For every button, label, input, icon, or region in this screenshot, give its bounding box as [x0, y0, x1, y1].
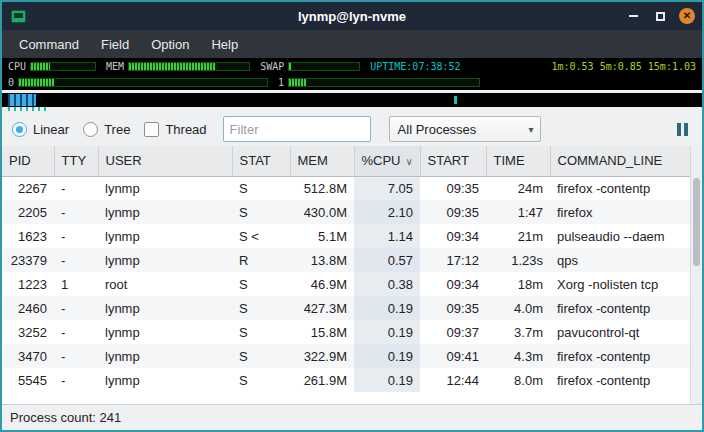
table-cell: 4.3m: [486, 344, 550, 368]
table-cell: lynmp: [98, 176, 232, 200]
linear-radio[interactable]: Linear: [12, 122, 69, 137]
titlebar[interactable]: lynmp@lyn-nvme ✕: [2, 2, 702, 30]
menubar: Command Field Option Help: [2, 30, 702, 58]
graph-selection-block: [8, 94, 36, 106]
table-cell: -: [54, 248, 98, 272]
table-cell: -: [54, 368, 98, 392]
linear-radio-label: Linear: [33, 122, 69, 137]
table-cell: -: [54, 320, 98, 344]
table-cell: S: [232, 176, 290, 200]
app-window: lynmp@lyn-nvme ✕ Command Field Option He…: [0, 0, 704, 432]
process-count-text: Process count: 241: [10, 410, 121, 425]
tree-radio-icon: [83, 122, 98, 137]
column-header-user[interactable]: USER: [98, 146, 232, 176]
menu-option[interactable]: Option: [140, 33, 200, 56]
table-row[interactable]: 3252-lynmpS15.8M0.1909:373.7mpavucontrol…: [2, 320, 690, 344]
table-cell: 09:37: [420, 320, 486, 344]
column-header-time[interactable]: TIME: [486, 146, 550, 176]
table-cell: lynmp: [98, 224, 232, 248]
core1-meter-label: 1: [278, 77, 284, 88]
mem-meter-bar: [128, 62, 250, 71]
table-cell: 1.14: [354, 224, 420, 248]
table-row[interactable]: 3470-lynmpS322.9M0.1909:414.3mfirefox -c…: [2, 344, 690, 368]
table-cell: 09:35: [420, 200, 486, 224]
table-cell: S: [232, 200, 290, 224]
table-cell: lynmp: [98, 296, 232, 320]
table-row[interactable]: 2205-lynmpS430.0M2.1009:351:47firefox: [2, 200, 690, 224]
load-average-text: 1m:0.53 5m:0.85 15m:1.03: [552, 61, 697, 72]
column-header-start[interactable]: START: [420, 146, 486, 176]
menu-field[interactable]: Field: [90, 33, 140, 56]
menu-help[interactable]: Help: [200, 33, 249, 56]
table-cell: 2.10: [354, 200, 420, 224]
load-history-graph: [2, 93, 702, 107]
table-cell: 17:12: [420, 248, 486, 272]
table-cell: lynmp: [98, 368, 232, 392]
table-cell: -: [54, 224, 98, 248]
restore-button[interactable]: [651, 7, 669, 25]
minimize-button[interactable]: [624, 7, 642, 25]
table-cell: 5545: [2, 368, 54, 392]
process-table: PID TTY USER STAT MEM %CPU∨ START TIME C…: [2, 146, 690, 404]
column-header-mem[interactable]: MEM: [290, 146, 354, 176]
table-row[interactable]: 5545-lynmpS261.9M0.1912:448.0mfirefox -c…: [2, 368, 690, 392]
window-title: lynmp@lyn-nvme: [2, 9, 702, 24]
column-header-command-line[interactable]: COMMAND_LINE: [550, 146, 690, 176]
table-cell: 23379: [2, 248, 54, 272]
table-row[interactable]: 2460-lynmpS427.3M0.1909:354.0mfirefox -c…: [2, 296, 690, 320]
table-cell: 322.9M: [290, 344, 354, 368]
table-row[interactable]: 23379-lynmpR13.8M0.5717:121.23sqps: [2, 248, 690, 272]
table-cell: S: [232, 344, 290, 368]
table-cell: 18m: [486, 272, 550, 296]
column-header-tty[interactable]: TTY: [54, 146, 98, 176]
table-cell: R: [232, 248, 290, 272]
pause-icon: [677, 123, 681, 136]
process-filter-value: All Processes: [398, 122, 529, 137]
table-cell: 2267: [2, 176, 54, 200]
table-cell: 46.9M: [290, 272, 354, 296]
column-header-stat[interactable]: STAT: [232, 146, 290, 176]
close-button[interactable]: ✕: [678, 7, 696, 25]
table-cell: 09:35: [420, 176, 486, 200]
table-cell: 3.7m: [486, 320, 550, 344]
chevron-down-icon: ▾: [529, 124, 534, 135]
table-cell: 21m: [486, 224, 550, 248]
uptime-text: UPTIME:07:38:52: [370, 61, 460, 72]
graph-tick-marks: [8, 107, 50, 111]
table-cell: pulseaudio --daem: [550, 224, 690, 248]
filter-input[interactable]: [223, 116, 371, 142]
table-cell: 0.38: [354, 272, 420, 296]
pause-button[interactable]: [672, 120, 692, 138]
table-cell: 0.57: [354, 248, 420, 272]
table-header-row: PID TTY USER STAT MEM %CPU∨ START TIME C…: [2, 146, 690, 176]
controls-toolbar: Linear Tree Thread All Processes ▾: [2, 112, 702, 146]
table-cell: lynmp: [98, 248, 232, 272]
table-cell: firefox -contentp: [550, 296, 690, 320]
table-row[interactable]: 2267-lynmpS512.8M7.0509:3524mfirefox -co…: [2, 176, 690, 200]
table-cell: 427.3M: [290, 296, 354, 320]
column-header-pid[interactable]: PID: [2, 146, 54, 176]
column-header-cpu[interactable]: %CPU∨: [354, 146, 420, 176]
process-filter-select[interactable]: All Processes ▾: [389, 116, 541, 142]
menu-command[interactable]: Command: [8, 33, 90, 56]
table-cell: root: [98, 272, 232, 296]
table-cell: S <: [232, 224, 290, 248]
thread-checkbox-icon: [144, 122, 159, 137]
thread-checkbox[interactable]: Thread: [144, 122, 206, 137]
table-cell: 24m: [486, 176, 550, 200]
table-cell: 512.8M: [290, 176, 354, 200]
cpu-meter-bar: [30, 62, 96, 71]
tree-radio[interactable]: Tree: [83, 122, 130, 137]
table-cell: lynmp: [98, 320, 232, 344]
scrollbar-thumb[interactable]: [693, 178, 700, 266]
core0-meter-bar: [18, 78, 268, 87]
table-row[interactable]: 12231rootS46.9M0.3809:3418mXorg -noliste…: [2, 272, 690, 296]
table-cell: S: [232, 272, 290, 296]
table-cell: 09:34: [420, 224, 486, 248]
table-cell: -: [54, 176, 98, 200]
table-row[interactable]: 1623-lynmpS <5.1M1.1409:3421mpulseaudio …: [2, 224, 690, 248]
vertical-scrollbar[interactable]: [690, 146, 702, 404]
table-cell: 0.19: [354, 320, 420, 344]
table-cell: 0.19: [354, 344, 420, 368]
process-table-body: 2267-lynmpS512.8M7.0509:3524mfirefox -co…: [2, 176, 690, 392]
